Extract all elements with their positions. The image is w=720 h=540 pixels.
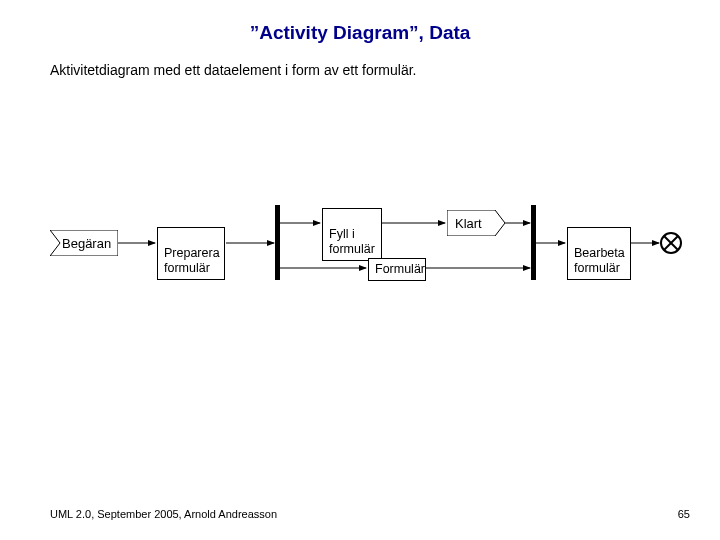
- footer-left: UML 2.0, September 2005, Arnold Andreass…: [50, 508, 277, 520]
- node-formular: Formulär: [368, 258, 426, 281]
- node-preparera: Preparera formulär: [157, 227, 225, 280]
- join-bar-2: [531, 205, 536, 280]
- activity-diagram: Begäran Preparera formulär Fyll i formul…: [0, 0, 720, 540]
- node-fyll: Fyll i formulär: [322, 208, 382, 261]
- fork-bar-1: [275, 205, 280, 280]
- flow-final-node: [660, 232, 682, 254]
- node-begaran: Begäran: [50, 230, 118, 256]
- node-bearbeta: Bearbeta formulär: [567, 227, 631, 280]
- node-formular-label: Formulär: [375, 262, 425, 276]
- node-klart-label: Klart: [455, 216, 482, 231]
- footer-page-number: 65: [678, 508, 690, 520]
- node-begaran-label: Begäran: [56, 236, 111, 251]
- node-bearbeta-label: Bearbeta formulär: [574, 246, 625, 275]
- node-fyll-label: Fyll i formulär: [329, 227, 375, 256]
- node-klart: Klart: [447, 210, 505, 236]
- node-preparera-label: Preparera formulär: [164, 246, 220, 275]
